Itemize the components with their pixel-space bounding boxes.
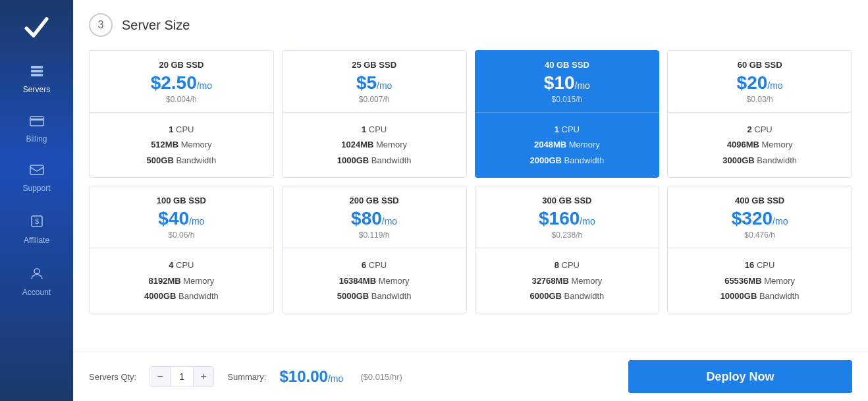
sidebar-item-affiliate[interactable]: $ Affiliate [0,203,73,255]
plan-bottom: 2 CPU 4096MB Memory 3000GB Bandwidth [668,113,852,177]
main-content: 3 Server Size 20 GB SSD $2.50/mo $0.004/… [73,0,868,401]
plan-storage: 40 GB SSD [483,60,651,70]
svg-point-3 [41,67,42,68]
plan-storage: 300 GB SSD [483,196,651,205]
plan-price-main: $2.50/mo [97,74,265,92]
affiliate-icon: $ [30,214,44,232]
plan-bottom: 6 CPU 16384MB Memory 5000GB Bandwidth [283,248,466,313]
summary-hourly: ($0.015/hr) [360,372,402,382]
sidebar: Servers Billing Support $ Affiliate [0,0,73,401]
plan-spec: 4 CPU 8192MB Memory 4000GB Bandwidth [97,257,265,304]
plan-price-hour: $0.007/h [290,95,458,104]
plan-price-hour: $0.03/h [676,95,844,104]
billing-icon [30,115,44,130]
summary-price: $10.00/mo [279,367,343,386]
step-circle: 3 [89,13,113,37]
sidebar-item-support[interactable]: Support [0,154,73,203]
plan-card-plan-400gb[interactable]: 400 GB SSD $320/mo $0.476/h 16 CPU 65536… [667,186,852,313]
plan-bottom: 1 CPU 1024MB Memory 1000GB Bandwidth [283,113,466,177]
plan-storage: 20 GB SSD [97,60,265,70]
plan-price-hour: $0.015/h [483,95,651,104]
deploy-now-button[interactable]: Deploy Now [628,360,852,393]
plan-storage: 200 GB SSD [290,196,458,205]
plan-spec: 6 CPU 16384MB Memory 5000GB Bandwidth [290,257,458,304]
plan-card-plan-100gb[interactable]: 100 GB SSD $40/mo $0.06/h 4 CPU 8192MB M… [89,186,274,313]
plan-top: 40 GB SSD $10/mo $0.015/h [475,51,659,113]
svg-rect-8 [30,165,43,174]
servers-icon [30,63,44,81]
sidebar-item-support-label: Support [22,184,50,193]
plan-card-plan-20gb[interactable]: 20 GB SSD $2.50/mo $0.004/h 1 CPU 512MB … [89,50,274,178]
account-icon [30,266,44,284]
plan-top: 60 GB SSD $20/mo $0.03/h [668,51,852,113]
plan-bottom: 1 CPU 512MB Memory 500GB Bandwidth [90,113,273,177]
plan-card-plan-60gb[interactable]: 60 GB SSD $20/mo $0.03/h 2 CPU 4096MB Me… [667,50,852,178]
summary-price-unit: /mo [328,373,343,384]
plan-spec: 8 CPU 32768MB Memory 6000GB Bandwidth [483,257,651,304]
plan-price-main: $5/mo [290,74,458,92]
plan-spec: 1 CPU 512MB Memory 500GB Bandwidth [97,122,265,168]
summary-price-value: $10.00 [279,367,327,385]
plan-card-plan-40gb[interactable]: 40 GB SSD $10/mo $0.015/h 1 CPU 2048MB M… [475,50,660,178]
footer-bar: Servers Qty: − + Summary: $10.00/mo ($0.… [73,352,868,401]
qty-input[interactable] [170,367,194,387]
page-header: 3 Server Size [89,13,852,37]
plan-price-main: $20/mo [676,74,844,92]
plan-spec: 1 CPU 2048MB Memory 2000GB Bandwidth [483,122,651,168]
sidebar-item-billing[interactable]: Billing [0,105,73,154]
plan-price-main: $160/mo [483,209,651,228]
sidebar-item-billing-label: Billing [26,134,47,144]
plan-bottom: 16 CPU 65536MB Memory 10000GB Bandwidth [668,248,852,313]
plan-storage: 25 GB SSD [290,60,458,70]
plan-price-main: $80/mo [290,209,458,228]
plan-price-hour: $0.06/h [97,230,265,240]
plan-price-hour: $0.119/h [290,230,458,240]
qty-plus-button[interactable]: + [194,367,213,387]
svg-text:$: $ [34,217,38,225]
plan-top: 100 GB SSD $40/mo $0.06/h [90,186,273,248]
plan-card-plan-25gb[interactable]: 25 GB SSD $5/mo $0.007/h 1 CPU 1024MB Me… [282,50,467,178]
qty-stepper: − + [149,366,214,387]
plan-bottom: 8 CPU 32768MB Memory 6000GB Bandwidth [475,248,659,313]
plan-price-main: $320/mo [676,209,844,228]
plan-storage: 60 GB SSD [676,60,844,70]
sidebar-item-servers[interactable]: Servers [0,53,73,105]
svg-point-4 [41,70,42,72]
plan-top: 20 GB SSD $2.50/mo $0.004/h [90,51,273,113]
plan-price-hour: $0.238/h [483,230,651,240]
sidebar-item-affiliate-label: Affiliate [24,236,49,245]
summary-label: Summary: [227,372,266,382]
plans-grid: 20 GB SSD $2.50/mo $0.004/h 1 CPU 512MB … [89,50,852,313]
plan-spec: 1 CPU 1024MB Memory 1000GB Bandwidth [290,122,458,168]
servers-qty-label: Servers Qty: [89,372,136,382]
plan-bottom: 1 CPU 2048MB Memory 2000GB Bandwidth [475,113,659,177]
page-title: Server Size [122,18,190,33]
plan-spec: 2 CPU 4096MB Memory 3000GB Bandwidth [676,122,844,168]
svg-rect-6 [30,117,43,126]
support-icon [30,165,44,180]
plan-storage: 100 GB SSD [97,196,265,205]
plan-card-plan-200gb[interactable]: 200 GB SSD $80/mo $0.119/h 6 CPU 16384MB… [282,186,467,313]
plan-price-main: $40/mo [97,209,265,228]
plan-top: 25 GB SSD $5/mo $0.007/h [283,51,466,113]
plan-price-main: $10/mo [483,74,651,92]
sidebar-item-account[interactable]: Account [0,255,73,307]
svg-point-11 [34,269,40,274]
svg-point-5 [41,74,42,76]
plan-card-plan-300gb[interactable]: 300 GB SSD $160/mo $0.238/h 8 CPU 32768M… [475,186,660,313]
plan-price-hour: $0.476/h [676,230,844,240]
sidebar-item-servers-label: Servers [23,85,50,94]
plan-top: 200 GB SSD $80/mo $0.119/h [283,186,466,248]
plan-bottom: 4 CPU 8192MB Memory 4000GB Bandwidth [90,248,273,313]
plan-top: 300 GB SSD $160/mo $0.238/h [475,186,659,248]
svg-rect-7 [30,119,43,120]
plan-spec: 16 CPU 65536MB Memory 10000GB Bandwidth [676,257,844,304]
plan-top: 400 GB SSD $320/mo $0.476/h [668,186,852,248]
plan-storage: 400 GB SSD [676,196,844,205]
content-area: 3 Server Size 20 GB SSD $2.50/mo $0.004/… [73,0,868,352]
sidebar-logo [17,7,57,46]
qty-minus-button[interactable]: − [150,367,170,387]
plan-price-hour: $0.004/h [97,95,265,104]
sidebar-item-account-label: Account [22,288,51,297]
